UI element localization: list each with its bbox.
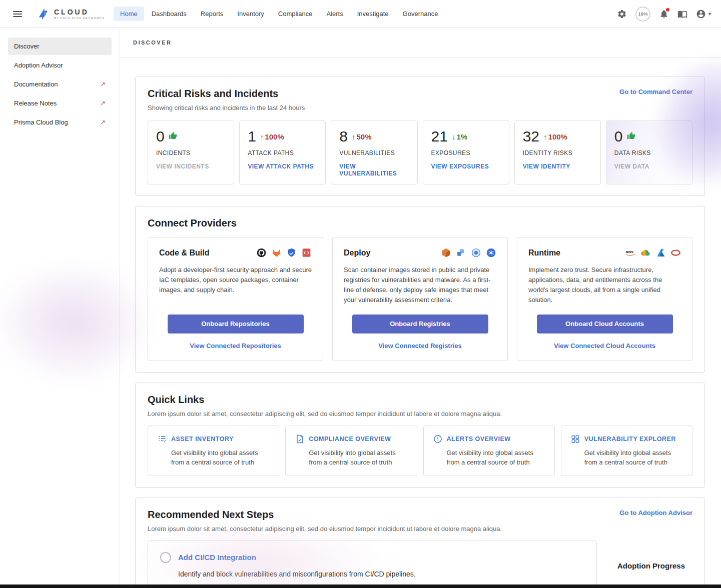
- quick-link-description: Get visibility into global assets from a…: [433, 448, 545, 468]
- left-sidebar: Discover Adoption Advisor Documentation …: [0, 28, 120, 588]
- nav-inventory[interactable]: Inventory: [231, 6, 270, 21]
- shield-icon: [286, 248, 297, 258]
- sidebar-item-label: Adoption Advisor: [14, 62, 63, 69]
- grid-icon: [570, 434, 580, 444]
- stat-card-vulnerabilities: 8 ↑50% VULNERABILITIES VIEW VULNERABILIT…: [331, 120, 417, 184]
- external-link-icon: ↗: [100, 81, 106, 88]
- trend-up: ↑100%: [543, 132, 567, 141]
- main-content: DISCOVER Critical Risks and Incidents Sh…: [120, 28, 721, 588]
- menu-toggle-button[interactable]: [9, 6, 26, 22]
- github-icon: [256, 248, 267, 258]
- user-profile-menu[interactable]: ▼: [696, 9, 712, 19]
- quick-link-vulnerability-explorer[interactable]: VULNERABILITY EXPLORER Get visibility in…: [561, 426, 692, 476]
- view-connected-repositories-link[interactable]: View Connected Repositories: [159, 342, 312, 350]
- nav-alerts[interactable]: Alerts: [320, 6, 349, 21]
- onboard-repositories-button[interactable]: Onboard Repositories: [168, 314, 304, 334]
- trend-up: ↑100%: [260, 132, 284, 141]
- view-connected-registries-link[interactable]: View Connected Registries: [344, 342, 496, 350]
- sidebar-item-discover[interactable]: Discover: [8, 38, 112, 55]
- quick-link-compliance-overview[interactable]: COMPLIANCE OVERVIEW Get visibility into …: [285, 426, 417, 476]
- provider-card-code-build: Code & Build Adopt a developer-first sec…: [148, 237, 323, 361]
- provider-title: Code & Build: [159, 248, 209, 258]
- stats-row: 0 INCIDENTS VIEW INCIDENTS 1 ↑100% AT: [148, 120, 692, 184]
- nav-investigate[interactable]: Investigate: [351, 6, 395, 21]
- view-vulnerabilities-link[interactable]: VIEW VULNERABILITIES: [339, 163, 409, 177]
- nav-governance[interactable]: Governance: [396, 6, 445, 21]
- alert-circle-icon: [433, 434, 443, 444]
- step-title[interactable]: Add CI/CD Integration: [178, 553, 256, 562]
- go-to-adoption-advisor-link[interactable]: Go to Adoption Advisor: [619, 509, 692, 516]
- azure-registry-icon: [456, 248, 466, 258]
- go-to-command-center-link[interactable]: Go to Command Center: [619, 88, 692, 96]
- section-subtitle: Lorem ipsum dolor sit amet, consectetur …: [148, 410, 692, 418]
- documentation-book-icon[interactable]: [677, 9, 687, 19]
- stat-value: 0: [614, 129, 623, 144]
- oracle-icon: [670, 248, 681, 258]
- stat-label: VULNERABILITIES: [339, 150, 409, 156]
- nav-dashboards[interactable]: Dashboards: [145, 6, 193, 21]
- quick-link-label: ALERTS OVERVIEW: [447, 436, 511, 442]
- stat-value: 32: [523, 129, 539, 144]
- breadcrumb: DISCOVER: [120, 28, 721, 58]
- provider-description: Adopt a developer-first security approac…: [159, 265, 312, 306]
- trend-delta: 50%: [357, 132, 372, 141]
- primary-nav: Home Dashboards Reports Inventory Compli…: [114, 6, 444, 21]
- stat-label: INCIDENTS: [156, 150, 226, 156]
- quick-link-description: Get visibility into global assets from a…: [570, 448, 683, 468]
- step-radio-button[interactable]: [160, 552, 171, 563]
- credits-usage-badge[interactable]: 19%: [635, 6, 650, 22]
- quick-link-asset-inventory[interactable]: ASSET INVENTORY Get visibility into glob…: [148, 426, 279, 476]
- step-description: Identify and block vulnerabilities and m…: [160, 570, 584, 578]
- stat-label: ATTACK PATHS: [248, 150, 317, 156]
- connect-providers-section: Connect Providers Code & Build: [135, 206, 705, 372]
- brand-logo[interactable]: CLOUD BY PALO ALTO NETWORKS: [37, 8, 105, 20]
- prisma-cloud-logo-icon: [37, 8, 50, 20]
- sidebar-item-release-notes[interactable]: Release Notes ↗: [8, 94, 112, 112]
- sidebar-item-adoption-advisor[interactable]: Adoption Advisor: [8, 56, 112, 74]
- document-check-icon: [295, 434, 305, 444]
- sidebar-item-label: Release Notes: [14, 100, 57, 107]
- external-link-icon: ↗: [100, 100, 106, 106]
- sidebar-item-label: Prisma Cloud Blog: [14, 118, 68, 126]
- view-exposures-link[interactable]: VIEW EXPOSURES: [431, 163, 501, 170]
- nav-compliance[interactable]: Compliance: [272, 6, 319, 21]
- trend-up-icon: ↑: [260, 132, 264, 141]
- user-avatar-icon: [696, 9, 706, 19]
- sidebar-item-prisma-cloud-blog[interactable]: Prisma Cloud Blog ↗: [8, 114, 112, 131]
- step-card-cicd-integration[interactable]: Add CI/CD Integration Identify and block…: [148, 540, 597, 588]
- stat-card-incidents: 0 INCIDENTS VIEW INCIDENTS: [148, 120, 234, 184]
- sidebar-item-label: Discover: [14, 42, 40, 50]
- quick-link-label: COMPLIANCE OVERVIEW: [309, 436, 391, 442]
- trend-up-icon: ↑: [352, 132, 356, 141]
- view-identity-link[interactable]: VIEW IDENTITY: [523, 163, 592, 170]
- provider-card-runtime: Runtime aws Implement zero trust. Secure…: [517, 237, 692, 361]
- notification-dot: [666, 8, 669, 12]
- kubernetes-icon: [486, 248, 496, 258]
- quick-link-label: ASSET INVENTORY: [171, 436, 234, 442]
- onboard-cloud-accounts-button[interactable]: Onboard Cloud Accounts: [537, 314, 673, 334]
- sidebar-item-label: Documentation: [14, 80, 58, 88]
- list-icon: [157, 434, 167, 444]
- nav-reports[interactable]: Reports: [194, 6, 230, 21]
- section-title: Quick Links: [148, 394, 692, 406]
- bottom-edge-bar: [0, 584, 721, 588]
- stat-label: EXPOSURES: [431, 150, 501, 156]
- onboard-registries-button[interactable]: Onboard Registries: [352, 314, 488, 334]
- trend-delta: 1%: [456, 132, 467, 141]
- brand-subtitle: BY PALO ALTO NETWORKS: [54, 16, 105, 20]
- trend-delta: 100%: [548, 132, 567, 141]
- discover-page: Critical Risks and Incidents Showing cri…: [120, 58, 721, 588]
- view-incidents-link: VIEW INCIDENTS: [156, 163, 226, 170]
- stat-card-data-risks: 0 DATA RISKS VIEW DATA: [606, 120, 692, 184]
- provider-description: Scan container images stored in public a…: [344, 265, 496, 306]
- settings-gear-icon[interactable]: [617, 9, 627, 19]
- trend-delta: 100%: [265, 132, 284, 141]
- view-connected-cloud-accounts-link[interactable]: View Connected Cloud Accounts: [528, 342, 681, 350]
- nav-home[interactable]: Home: [114, 6, 144, 21]
- stat-value: 8: [339, 129, 348, 144]
- sidebar-item-documentation[interactable]: Documentation ↗: [8, 76, 112, 93]
- trend-down: ↓1%: [452, 132, 467, 141]
- view-attack-paths-link[interactable]: VIEW ATTACK PATHS: [248, 163, 317, 170]
- quick-link-alerts-overview[interactable]: ALERTS OVERVIEW Get visibility into glob…: [423, 426, 555, 476]
- notifications-bell-icon[interactable]: [659, 9, 669, 19]
